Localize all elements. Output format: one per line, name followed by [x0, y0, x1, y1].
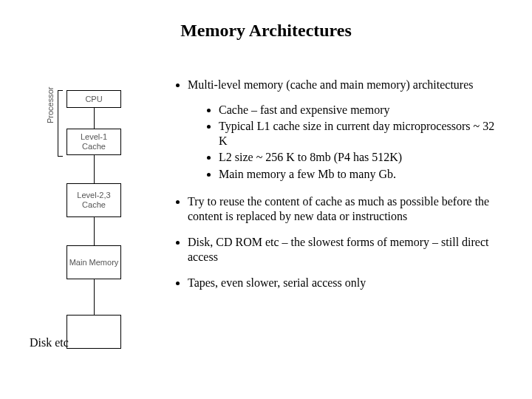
connector	[94, 108, 95, 129]
sub-bullet: Cache – fast and expensive memory	[219, 103, 502, 117]
bullet: Disk, CD ROM etc – the slowest forms of …	[188, 235, 502, 264]
slide-body: Multi-level memory (cache and main memor…	[170, 78, 502, 296]
memory-hierarchy-diagram: Processor CPU Level-1Cache Level-2,3Cach…	[65, 90, 124, 375]
connector	[94, 279, 95, 315]
sub-bullet: Main memory a few Mb to many Gb.	[219, 167, 502, 182]
box-disk	[66, 315, 121, 349]
disk-caption: Disk etc	[30, 336, 69, 349]
page-title: Memory Architectures	[0, 21, 532, 41]
sub-bullet: Typical L1 cache size in current day mic…	[219, 119, 502, 148]
box-l1-cache: Level-1Cache	[66, 129, 121, 155]
box-cpu: CPU	[66, 90, 121, 108]
connector	[94, 217, 95, 245]
connector	[94, 155, 95, 183]
box-l23-cache: Level-2,3Cache	[66, 183, 121, 217]
processor-bracket	[58, 90, 63, 157]
sub-bullet: L2 size ~ 256 K to 8mb (P4 has 512K)	[219, 150, 502, 165]
bullet: Tapes, even slower, serial access only	[188, 276, 502, 290]
box-main-memory: Main Memory	[66, 245, 121, 279]
bullet: Multi-level memory (cache and main memor…	[188, 78, 502, 92]
bullet: Try to reuse the content of cache as muc…	[188, 194, 502, 223]
processor-label: Processor	[46, 86, 55, 123]
